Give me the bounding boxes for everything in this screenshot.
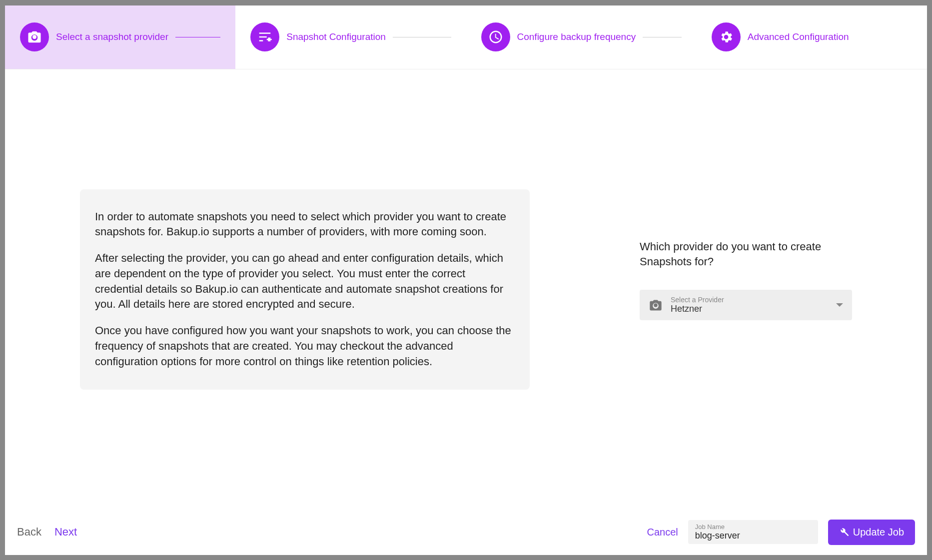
info-paragraph: In order to automate snapshots you need … (95, 209, 515, 240)
wrench-icon (839, 527, 849, 537)
job-name-label: Job Name (695, 523, 811, 531)
info-panel: In order to automate snapshots you need … (80, 189, 530, 390)
provider-selection-panel: Which provider do you want to create Sna… (640, 189, 852, 321)
back-button[interactable]: Back (17, 526, 41, 539)
job-name-field[interactable]: Job Name (688, 520, 818, 544)
step-label: Configure backup frequency (517, 31, 636, 42)
step-select-provider[interactable]: Select a snapshot provider (5, 5, 235, 69)
step-connector (643, 37, 682, 37)
cancel-button[interactable]: Cancel (647, 527, 678, 538)
wizard-stepper: Select a snapshot provider Snapshot Conf… (5, 5, 927, 69)
next-button[interactable]: Next (54, 526, 77, 539)
step-advanced-configuration[interactable]: Advanced Configuration (697, 5, 927, 69)
step-snapshot-configuration[interactable]: Snapshot Configuration (235, 5, 466, 69)
wizard-content: In order to automate snapshots you need … (5, 69, 927, 513)
clock-icon (481, 22, 510, 51)
job-name-input[interactable] (695, 531, 811, 541)
step-connector (175, 37, 220, 37)
step-connector (393, 37, 451, 37)
snapshot-wizard-modal: Select a snapshot provider Snapshot Conf… (5, 5, 927, 555)
update-job-label: Update Job (853, 527, 904, 538)
camera-icon (20, 22, 49, 51)
provider-question: Which provider do you want to create Sna… (640, 239, 852, 270)
update-job-button[interactable]: Update Job (828, 520, 915, 545)
wizard-footer: Back Next Cancel Job Name Update Job (5, 513, 927, 555)
provider-dropdown[interactable]: Select a Provider Hetzner (640, 290, 852, 320)
info-paragraph: Once you have configured how you want yo… (95, 323, 515, 369)
step-label: Advanced Configuration (748, 31, 849, 42)
step-label: Snapshot Configuration (286, 31, 386, 42)
sliders-icon (250, 22, 279, 51)
camera-icon (649, 298, 663, 312)
info-paragraph: After selecting the provider, you can go… (95, 251, 515, 312)
step-label: Select a snapshot provider (56, 31, 168, 42)
provider-dropdown-label: Select a Provider (671, 296, 828, 304)
gears-icon (712, 22, 741, 51)
step-backup-frequency[interactable]: Configure backup frequency (466, 5, 697, 69)
provider-dropdown-value: Hetzner (671, 304, 828, 314)
provider-dropdown-text: Select a Provider Hetzner (671, 296, 828, 314)
chevron-down-icon (836, 303, 843, 307)
